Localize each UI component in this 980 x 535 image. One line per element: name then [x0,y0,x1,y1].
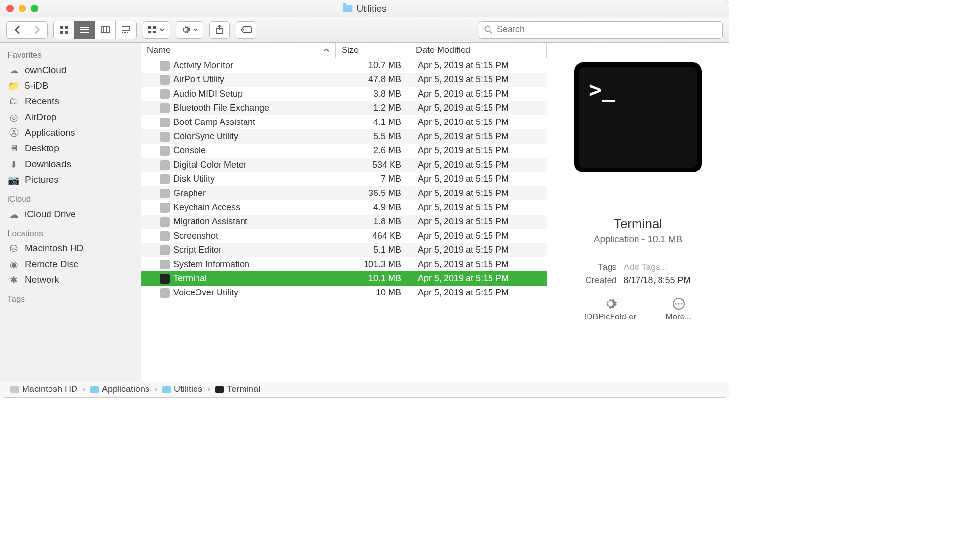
file-row[interactable]: VoiceOver Utility10 MBApr 5, 2019 at 5:1… [141,286,547,300]
breadcrumb-icon [162,386,171,393]
file-size: 101.3 MB [336,259,410,269]
file-pane: Name Size Date Modified Activity Monitor… [141,43,547,381]
window-title: Utilities [343,3,386,14]
file-row[interactable]: Screenshot464 KBApr 5, 2019 at 5:15 PM [141,229,547,243]
breadcrumb[interactable]: Terminal [215,384,260,394]
app-icon [160,260,170,269]
quick-action-more[interactable]: More... [665,297,691,322]
file-row[interactable]: Digital Color Meter534 KBApr 5, 2019 at … [141,158,547,172]
file-row[interactable]: Bluetooth File Exchange1.2 MBApr 5, 2019… [141,101,547,115]
chevron-right-icon: › [80,384,87,394]
sidebar-item-label: Applications [25,127,75,138]
icloud-label: iCloud [0,192,141,206]
file-date: Apr 5, 2019 at 5:15 PM [410,60,547,71]
sidebar-item-label: iCloud Drive [25,209,75,219]
svg-point-23 [675,303,676,305]
file-row[interactable]: ColorSync Utility5.5 MBApr 5, 2019 at 5:… [141,129,547,144]
sidebar-item-remote-disc[interactable]: ◉Remote Disc [0,256,141,272]
file-row[interactable]: Terminal10.1 MBApr 5, 2019 at 5:15 PM [141,271,547,286]
file-date: Apr 5, 2019 at 5:15 PM [410,259,547,269]
svg-point-19 [243,29,244,30]
back-button[interactable] [6,21,27,39]
breadcrumb[interactable]: Utilities [162,384,202,394]
sidebar-item-icloud-drive[interactable]: ☁iCloud Drive [0,206,141,222]
file-row[interactable]: Boot Camp Assistant4.1 MBApr 5, 2019 at … [141,115,547,129]
file-row[interactable]: Migration Assistant1.8 MBApr 5, 2019 at … [141,215,547,229]
sidebar-item-owncloud[interactable]: ☁ownCloud [0,62,141,78]
gallery-view-button[interactable] [116,21,136,39]
file-row[interactable]: System Information101.3 MBApr 5, 2019 at… [141,257,547,271]
share-button[interactable] [209,21,230,39]
sort-asc-icon [323,48,329,53]
file-row[interactable]: Audio MIDI Setup3.8 MBApr 5, 2019 at 5:1… [141,87,547,101]
file-name: Boot Camp Assistant [173,117,255,127]
file-row[interactable]: Script Editor5.1 MBApr 5, 2019 at 5:15 P… [141,243,547,257]
icon-view-button[interactable] [54,21,74,39]
minimize-button[interactable] [19,5,26,12]
search-box[interactable] [479,21,723,39]
action-button[interactable] [176,21,203,39]
file-row[interactable]: AirPort Utility47.8 MBApr 5, 2019 at 5:1… [141,73,547,87]
sidebar-item-macintosh-hd[interactable]: ⛁Macintosh HD [0,241,141,256]
file-row[interactable]: Keychain Access4.9 MBApr 5, 2019 at 5:15… [141,200,547,215]
file-size: 10.7 MB [336,60,410,71]
breadcrumb[interactable]: Macintosh HD [10,384,77,394]
column-view-button[interactable] [95,21,116,39]
file-size: 3.8 MB [336,89,410,99]
sidebar-icon: 📷 [8,174,19,185]
svg-rect-7 [101,27,109,33]
sidebar-icon: ☁ [8,209,19,219]
col-date[interactable]: Date Modified [410,43,547,58]
svg-rect-0 [60,26,63,29]
sidebar-item-downloads[interactable]: ⬇Downloads [0,156,141,172]
sidebar-item-recents[interactable]: 🗂Recents [0,94,141,109]
search-icon [484,25,493,34]
breadcrumb-label: Terminal [227,384,260,394]
col-name[interactable]: Name [141,43,336,58]
file-name: Screenshot [173,231,218,241]
sidebar-item-label: Macintosh HD [25,243,83,254]
col-size[interactable]: Size [336,43,410,58]
breadcrumb[interactable]: Applications [90,384,149,394]
file-row[interactable]: Disk Utility7 MBApr 5, 2019 at 5:15 PM [141,172,547,186]
file-size: 464 KB [336,231,410,241]
preview-info: Application - 10.1 MB [594,234,683,244]
sidebar-item-airdrop[interactable]: ◎AirDrop [0,109,141,125]
file-date: Apr 5, 2019 at 5:15 PM [410,273,547,284]
breadcrumb-label: Applications [102,384,149,394]
edit-tags-button[interactable] [236,21,256,39]
file-name: Migration Assistant [173,217,247,227]
quick-action-1[interactable]: IDBPicFold-er [585,297,637,322]
file-name: System Information [173,259,249,269]
file-row[interactable]: Console2.6 MBApr 5, 2019 at 5:15 PM [141,144,547,158]
close-button[interactable] [6,5,14,12]
sidebar-item-applications[interactable]: ⒶApplications [0,125,141,141]
app-icon [160,189,170,198]
sidebar-item-5-idb[interactable]: 📁5-iDB [0,78,141,94]
file-list[interactable]: Activity Monitor10.7 MBApr 5, 2019 at 5:… [141,58,547,381]
search-input[interactable] [497,24,717,35]
file-name: Audio MIDI Setup [173,89,243,99]
svg-rect-2 [60,31,63,34]
file-name: Digital Color Meter [173,160,246,170]
add-tags[interactable]: Add Tags... [623,262,690,272]
svg-line-21 [490,31,492,33]
finder-window: Utilities [0,0,729,398]
app-icon [160,231,170,241]
svg-point-20 [485,26,490,31]
zoom-button[interactable] [31,5,38,12]
list-view-button[interactable] [74,21,95,39]
sidebar-item-pictures[interactable]: 📷Pictures [0,172,141,188]
file-row[interactable]: Grapher36.5 MBApr 5, 2019 at 5:15 PM [141,186,547,200]
sidebar-item-network[interactable]: ✱Network [0,272,141,288]
file-date: Apr 5, 2019 at 5:15 PM [410,231,547,241]
file-date: Apr 5, 2019 at 5:15 PM [410,188,547,198]
forward-button[interactable] [27,21,48,39]
sidebar-icon: ◎ [8,112,19,122]
file-date: Apr 5, 2019 at 5:15 PM [410,174,547,184]
file-date: Apr 5, 2019 at 5:15 PM [410,160,547,170]
group-by-button[interactable] [143,21,170,39]
file-row[interactable]: Activity Monitor10.7 MBApr 5, 2019 at 5:… [141,58,547,73]
app-icon [160,89,170,99]
sidebar-item-desktop[interactable]: 🖥Desktop [0,141,141,156]
